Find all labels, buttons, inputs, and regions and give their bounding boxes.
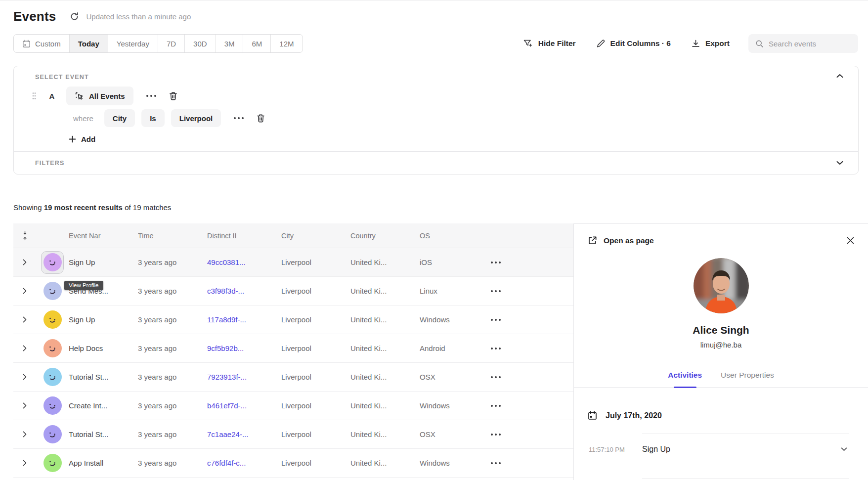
avatar-frame	[41, 308, 64, 331]
date-tab-today[interactable]: Today	[70, 35, 108, 52]
expand-row-button[interactable]	[13, 259, 36, 265]
cell-event: Tutorial St...	[69, 373, 138, 381]
row-more-button[interactable]	[491, 430, 501, 439]
cell-distinct-id-link[interactable]: 117a8d9f-...	[207, 315, 281, 324]
cell-time: 3 years ago	[138, 287, 207, 295]
column-header-distinct-id[interactable]: Distinct II	[207, 232, 281, 240]
user-avatar[interactable]	[43, 310, 62, 329]
event-selector-chip[interactable]: All Events	[66, 87, 133, 105]
user-avatar[interactable]	[43, 396, 62, 415]
refresh-icon	[70, 12, 79, 21]
expand-row-button[interactable]	[13, 460, 36, 466]
date-tab-label: 30D	[193, 40, 207, 48]
row-more-button[interactable]	[491, 458, 501, 468]
close-panel-button[interactable]	[847, 237, 854, 244]
column-header-event[interactable]: Event Nar	[69, 232, 138, 240]
user-avatar[interactable]	[43, 282, 62, 300]
filters-section[interactable]: FILTERS	[14, 151, 858, 174]
profile-email: limuj@he.ba	[588, 341, 854, 349]
profile-photo	[694, 258, 749, 313]
property-chip[interactable]: City	[104, 109, 135, 127]
cell-country: United Ki...	[350, 401, 420, 410]
date-tab-label: Yesterday	[117, 40, 149, 48]
cell-distinct-id-link[interactable]: 7c1aae24-...	[207, 430, 281, 438]
export-label: Export	[705, 39, 730, 48]
where-delete-button[interactable]	[257, 114, 265, 123]
profile-tab-user-properties[interactable]: User Properties	[721, 371, 774, 387]
event-more-button[interactable]	[146, 91, 156, 101]
user-avatar[interactable]	[43, 253, 62, 271]
cell-city: Liverpool	[281, 287, 350, 295]
user-avatar[interactable]	[43, 339, 62, 357]
cell-time: 3 years ago	[138, 315, 207, 324]
profile-tab-activities[interactable]: Activities	[668, 371, 702, 387]
date-tab-12m[interactable]: 12M	[271, 35, 302, 52]
results-summary: Showing 19 most recent results of 19 mat…	[13, 203, 868, 212]
expand-row-button[interactable]	[13, 431, 36, 437]
calendar-icon	[22, 40, 31, 48]
operator-chip[interactable]: Is	[141, 109, 165, 127]
expand-row-button[interactable]	[13, 402, 36, 409]
date-tab-7d[interactable]: 7D	[158, 35, 185, 52]
activity-event-row[interactable]: 11:57:10 PM Sign Up	[588, 434, 854, 465]
cell-event: Help Docs	[69, 344, 138, 352]
edit-columns-button[interactable]: Edit Columns · 6	[597, 39, 671, 48]
expand-row-button[interactable]	[13, 316, 36, 323]
date-tab-label: Custom	[35, 40, 61, 48]
user-avatar[interactable]	[43, 425, 62, 443]
cell-city: Liverpool	[281, 315, 350, 324]
table-row: Create Int... 3 years ago b461ef7d-... L…	[13, 392, 573, 420]
event-delete-button[interactable]	[169, 91, 177, 100]
collapse-select-event-button[interactable]	[836, 74, 843, 78]
date-tab-yesterday[interactable]: Yesterday	[108, 35, 158, 52]
event-step-row: A All Events	[35, 87, 843, 105]
cell-time: 3 years ago	[138, 344, 207, 352]
cell-distinct-id-link[interactable]: c76fdf4f-c...	[207, 459, 281, 467]
events-table: Event Nar Time Distinct II City Country …	[13, 223, 573, 480]
row-more-button[interactable]	[491, 315, 501, 325]
column-header-city[interactable]: City	[281, 232, 350, 240]
event-chip-label: All Events	[89, 92, 125, 100]
cell-city: Liverpool	[281, 258, 350, 266]
date-tab-30d[interactable]: 30D	[185, 35, 216, 52]
user-avatar[interactable]	[43, 368, 62, 386]
pencil-icon	[597, 40, 605, 48]
collapse-rows-icon[interactable]	[13, 230, 36, 241]
cell-distinct-id-link[interactable]: b461ef7d-...	[207, 401, 281, 410]
expand-row-button[interactable]	[13, 345, 36, 351]
refresh-button[interactable]	[70, 12, 79, 21]
cell-distinct-id-link[interactable]: 49cc0381...	[207, 258, 281, 266]
row-more-button[interactable]	[491, 258, 501, 267]
external-link-icon	[588, 236, 597, 245]
column-header-country[interactable]: Country	[350, 232, 420, 240]
hide-filter-button[interactable]: Hide Filter	[523, 39, 576, 48]
cell-distinct-id-link[interactable]: 9cf5b92b...	[207, 344, 281, 352]
where-more-button[interactable]	[234, 113, 244, 123]
date-tab-6m[interactable]: 6M	[243, 35, 271, 52]
cell-distinct-id-link[interactable]: 7923913f-...	[207, 373, 281, 381]
value-chip[interactable]: Liverpool	[171, 109, 221, 127]
export-button[interactable]: Export	[692, 39, 730, 48]
date-tab-custom[interactable]: Custom	[14, 35, 70, 52]
column-header-time[interactable]: Time	[138, 232, 207, 240]
tabs-divider	[574, 387, 868, 388]
date-tab-3m[interactable]: 3M	[216, 35, 244, 52]
expand-row-button[interactable]	[13, 288, 36, 294]
search-box	[748, 34, 858, 53]
row-more-button[interactable]	[491, 401, 501, 411]
drag-handle-icon[interactable]	[32, 92, 37, 100]
row-more-button[interactable]	[491, 372, 501, 382]
column-header-os[interactable]: OS	[420, 232, 479, 240]
date-tab-label: 7D	[167, 40, 176, 48]
add-event-button[interactable]: Add	[69, 135, 95, 143]
search-input[interactable]	[769, 40, 851, 48]
user-avatar[interactable]	[43, 454, 62, 472]
open-as-page-button[interactable]: Open as page	[588, 236, 654, 245]
row-more-button[interactable]	[491, 344, 501, 353]
table-row: Sign Up 3 years ago 49cc0381... Liverpoo…	[13, 248, 573, 277]
expand-row-button[interactable]	[13, 374, 36, 380]
row-more-button[interactable]	[491, 286, 501, 296]
edit-columns-label: Edit Columns · 6	[610, 39, 671, 48]
avatar-frame	[41, 452, 64, 475]
cell-distinct-id-link[interactable]: c3f98f3d-...	[207, 287, 281, 295]
